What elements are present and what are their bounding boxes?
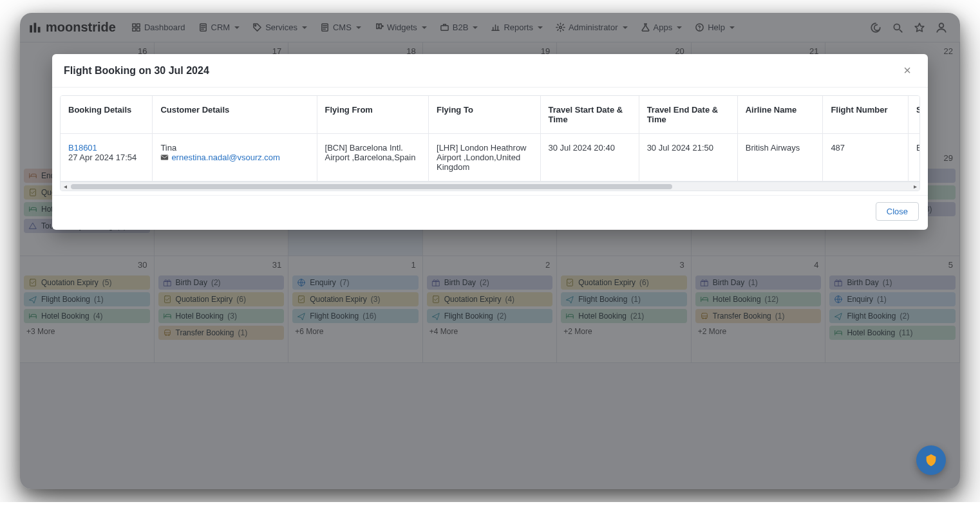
col-header: Flying From bbox=[317, 96, 429, 134]
table-cell: Tinaernestina.nadal@vsourz.com bbox=[153, 134, 317, 182]
booking-id-link[interactable]: B18601 bbox=[68, 143, 97, 153]
chat-fab[interactable] bbox=[916, 445, 946, 475]
scroll-right-icon[interactable]: ▸ bbox=[910, 183, 919, 190]
table-cell: 30 Jul 2024 21:50 bbox=[639, 134, 737, 182]
flight-booking-modal: Flight Booking on 30 Jul 2024 × Booking … bbox=[52, 54, 928, 230]
col-header: Flying To bbox=[429, 96, 541, 134]
modal-title: Flight Booking on 30 Jul 2024 bbox=[64, 65, 209, 77]
col-header: Booking Details bbox=[61, 96, 153, 134]
scroll-left-icon[interactable]: ◂ bbox=[61, 183, 70, 190]
table-cell: B1860127 Apr 2024 17:54 bbox=[61, 134, 153, 182]
booking-table: Booking DetailsCustomer DetailsFlying Fr… bbox=[61, 96, 919, 182]
col-header: Travel End Date & Time bbox=[639, 96, 737, 134]
horizontal-scrollbar[interactable]: ◂ ▸ bbox=[61, 182, 919, 191]
mail-icon bbox=[160, 153, 169, 162]
col-header: Travel Start Date & Time bbox=[540, 96, 639, 134]
close-button[interactable]: Close bbox=[876, 202, 919, 221]
col-header: Airline Name bbox=[737, 96, 823, 134]
table-cell: 487 bbox=[823, 134, 909, 182]
table-cell: [LHR] London Heathrow Airport ,London,Un… bbox=[429, 134, 541, 182]
col-header: Flight Number bbox=[823, 96, 909, 134]
close-icon[interactable]: × bbox=[898, 62, 916, 79]
col-header: Supplier bbox=[909, 96, 919, 134]
table-cell: British Airways bbox=[737, 134, 823, 182]
table-cell: 30 Jul 2024 20:40 bbox=[540, 134, 639, 182]
table-cell: British airways bbox=[909, 134, 919, 182]
col-header: Customer Details bbox=[153, 96, 317, 134]
scroll-thumb[interactable] bbox=[71, 184, 672, 189]
table-cell: [BCN] Barcelona Intl. Airport ,Barcelona… bbox=[317, 134, 429, 182]
customer-email-link[interactable]: ernestina.nadal@vsourz.com bbox=[160, 153, 280, 162]
